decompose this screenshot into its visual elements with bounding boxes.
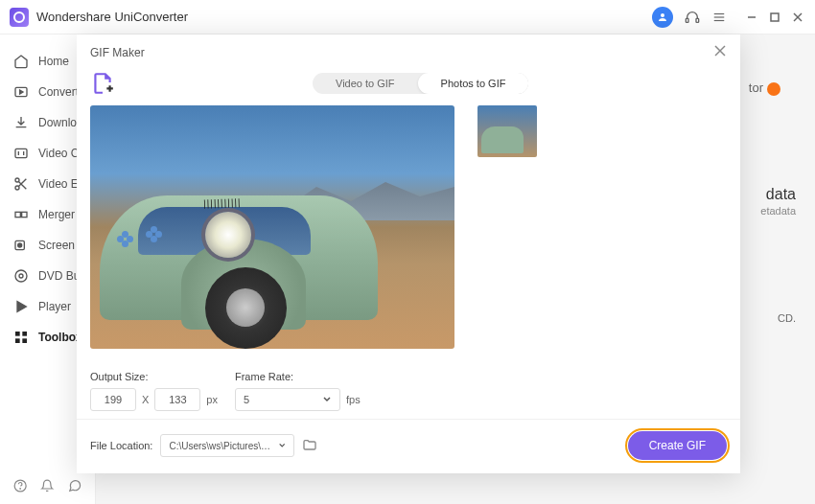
app-logo-icon [10, 8, 29, 27]
disc-icon [13, 268, 29, 284]
converter-icon [13, 84, 29, 100]
svg-rect-27 [15, 338, 20, 343]
titlebar: Wondershare UniConverter [0, 0, 815, 34]
file-location-select[interactable]: C:\Users\ws\Pictures\Wonders [160, 434, 294, 457]
svg-marker-11 [20, 90, 23, 94]
tab-photos-to-gif[interactable]: Photos to GIF [418, 73, 529, 94]
preview-image [90, 105, 454, 349]
height-input[interactable] [154, 388, 200, 411]
help-icon[interactable] [13, 477, 27, 494]
svg-rect-26 [22, 332, 27, 336]
svg-rect-25 [15, 332, 20, 336]
svg-rect-7 [771, 13, 779, 21]
close-button[interactable] [790, 10, 805, 25]
headset-icon[interactable] [685, 10, 700, 25]
svg-point-0 [661, 13, 664, 17]
svg-marker-24 [17, 302, 26, 312]
file-plus-icon [90, 71, 115, 96]
dimension-separator: X [142, 394, 149, 405]
bg-label: tor [749, 80, 780, 96]
svg-point-23 [19, 274, 23, 278]
frame-rate-label: Frame Rate: [235, 371, 361, 382]
minimize-button[interactable] [744, 10, 759, 25]
svg-rect-1 [686, 18, 688, 22]
tab-group: Video to GIF Photos to GIF [313, 73, 528, 94]
menu-icon[interactable] [711, 10, 727, 25]
frame-rate-select[interactable]: 5 [235, 388, 340, 411]
tab-video-to-gif[interactable]: Video to GIF [313, 73, 418, 94]
file-location-label: File Location: [90, 440, 152, 451]
create-gif-button[interactable]: Create GIF [628, 431, 727, 460]
svg-point-30 [20, 489, 21, 490]
modal-close-button[interactable] [713, 44, 727, 61]
chevron-down-icon [322, 395, 332, 404]
sidebar-item-label: Home [38, 55, 69, 68]
fps-unit: fps [346, 394, 361, 405]
feedback-icon[interactable] [68, 477, 82, 494]
download-icon [13, 115, 29, 130]
badge-icon [767, 82, 780, 96]
maximize-button[interactable] [767, 10, 782, 25]
svg-point-13 [15, 178, 19, 182]
width-input[interactable] [90, 388, 136, 411]
play-icon [13, 299, 29, 314]
compressor-icon [13, 146, 29, 161]
scissors-icon [13, 176, 29, 192]
bg-label: etadata [760, 205, 796, 217]
merger-icon [13, 207, 29, 222]
svg-point-22 [15, 270, 27, 282]
bell-icon[interactable] [40, 477, 54, 494]
gif-maker-modal: GIF Maker Video to GIF Photos to GIF [77, 34, 740, 473]
output-size-label: Output Size: [90, 371, 218, 382]
thumbnail-image[interactable] [477, 105, 537, 157]
svg-rect-28 [22, 338, 27, 343]
recorder-icon [13, 238, 29, 253]
folder-icon[interactable] [302, 438, 317, 453]
bg-label: data [766, 186, 796, 203]
svg-point-21 [18, 243, 22, 247]
px-unit: px [206, 394, 218, 405]
svg-rect-18 [22, 212, 27, 217]
bg-label: CD. [778, 312, 796, 324]
chevron-down-icon [278, 441, 286, 450]
svg-rect-17 [15, 212, 20, 217]
modal-title: GIF Maker [90, 46, 145, 59]
svg-point-14 [15, 186, 19, 190]
toolbox-icon [13, 330, 29, 345]
sidebar-item-label: Toolbox [38, 331, 82, 344]
app-title: Wondershare UniConverter [36, 10, 188, 24]
sidebar-item-label: Player [38, 300, 71, 313]
svg-rect-12 [15, 149, 27, 157]
sidebar-item-label: Merger [38, 208, 75, 221]
add-file-button[interactable] [90, 71, 115, 96]
user-avatar-icon[interactable] [652, 7, 673, 28]
home-icon [13, 54, 29, 69]
svg-rect-2 [696, 18, 699, 22]
